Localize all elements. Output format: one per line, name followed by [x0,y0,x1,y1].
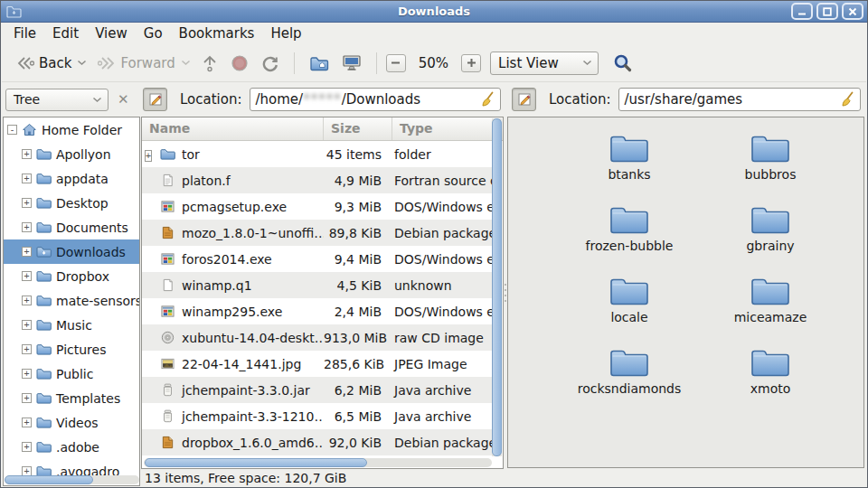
close-button[interactable] [842,3,863,20]
file-row[interactable]: dropbox_1.6.0_amd6…92,0 KiBDebian packag… [142,429,492,455]
sidebar-item-downloads[interactable]: +Downloads [4,239,139,264]
file-row[interactable]: jchempaint-3.3-1210…6,5 MiBJava archive [142,403,492,429]
game-folder-label: btanks [608,167,650,182]
game-folder-locale[interactable]: locale [559,269,700,341]
minimize-button[interactable] [791,3,813,20]
tree-expander[interactable]: + [22,247,32,257]
location-input-left[interactable]: /home/*****/Downloads [250,88,502,111]
sidebar-item-appdata[interactable]: +appdata [4,166,139,191]
edit-location-button-left[interactable] [143,88,167,111]
desktop-button[interactable] [336,50,367,76]
public-folder-icon [36,367,52,380]
stop-button[interactable] [225,50,254,77]
tree-expander[interactable]: + [22,174,32,183]
tree-expander[interactable]: + [22,222,32,232]
column-header-type[interactable]: Type [392,117,503,140]
row-expander[interactable]: + [142,147,156,162]
sidebar-item--adobe[interactable]: +.adobe [4,435,139,459]
sidebar-item-home-folder[interactable]: -Home Folder [4,117,139,142]
clear-location-icon[interactable] [480,91,495,108]
file-row[interactable]: 22-04-14_1441.jpg285,6 KiBJPEG Image [142,351,492,377]
sidebar-item-apollyon[interactable]: +Apollyon [4,142,139,166]
reload-button[interactable] [256,50,285,77]
file-row[interactable]: jchempaint-3.3.0.jar6,2 MiBJava archive [142,377,492,403]
sidebar-item-public[interactable]: +Public [4,361,139,386]
sidebar-horizontal-scrollbar[interactable] [5,475,139,484]
menu-help[interactable]: Help [262,23,309,44]
sidebar-item-mate-sensors-[interactable]: +mate-sensors- [4,288,139,313]
zoom-out-icon [392,61,400,64]
tree-expander[interactable]: + [22,369,32,379]
forward-button[interactable]: Forward [92,51,180,76]
game-folder-label: rocksndiamonds [578,381,682,396]
sidebar-item-templates[interactable]: +Templates [4,386,139,410]
edit-location-button-right[interactable] [512,88,536,111]
file-row[interactable]: winamp295.exe2,4 MiBDOS/Windows ex [142,298,492,324]
clear-location-icon[interactable] [840,91,854,108]
file-row[interactable]: +tor45 itemsfolder [142,141,492,167]
sidebar-item-dropbox[interactable]: +Dropbox [4,264,139,288]
tree-expander[interactable]: + [22,393,32,403]
tree-expander[interactable]: + [22,271,32,281]
sidebar-item-label: .adobe [56,440,99,455]
menu-go[interactable]: Go [136,23,171,44]
file-list-vertical-scrollbar[interactable] [492,118,502,456]
maximize-button[interactable] [816,3,838,20]
tree-expander[interactable]: - [7,125,17,135]
sidebar-item-pictures[interactable]: +Pictures [4,337,139,361]
sidebar-item-label: Pictures [56,343,106,357]
view-mode-select[interactable]: List View [490,52,599,75]
sidebar-item-desktop[interactable]: +Desktop [4,191,139,215]
file-size: 89,8 KiB [324,226,389,240]
up-button[interactable] [196,50,223,77]
search-icon [613,53,633,73]
tree-expander[interactable]: + [22,198,32,208]
back-button[interactable]: Back [11,51,77,76]
tree-expander[interactable]: + [22,418,32,427]
sidebar-item-documents[interactable]: +Documents [4,215,139,239]
sidebar-item-videos[interactable]: +Videos [4,410,139,435]
file-list-horizontal-scrollbar[interactable] [144,458,492,467]
game-folder-miceamaze[interactable]: miceamaze [700,269,841,341]
tree-expander[interactable]: + [22,344,32,354]
forward-history-dropdown[interactable] [181,60,191,66]
home-button[interactable] [304,51,335,76]
tree-expander[interactable]: + [22,296,32,305]
game-folder-bubbros[interactable]: bubbros [700,127,841,198]
file-row[interactable]: pcmagsetup.exe9,3 MiBDOS/Windows ex [142,193,492,220]
column-header-name[interactable]: Name [142,117,324,140]
location-input-right[interactable]: /usr/share/games [618,88,862,111]
menu-file[interactable]: File [5,23,44,44]
game-folder-frozen-bubble[interactable]: frozen-bubble [559,198,700,269]
file-row[interactable]: xubuntu-14.04-deskt…913,0 MiBraw CD imag… [142,324,492,351]
file-row[interactable]: foros2014.exe9,4 MiBDOS/Windows ex [142,246,492,272]
sidebar-close-icon[interactable]: ✕ [118,91,129,108]
zoom-in-button[interactable] [461,54,481,72]
column-header-size[interactable]: Size [324,117,392,140]
game-folder-xmoto[interactable]: xmoto [700,341,841,412]
sidebar-item-music[interactable]: +Music [4,313,139,337]
game-folder-rocksndiamonds[interactable]: rocksndiamonds [559,341,700,412]
menu-view[interactable]: View [87,23,136,44]
jar-icon [156,383,178,397]
file-size: 45 items [324,147,389,162]
tree-expander[interactable]: + [22,149,32,159]
menu-edit[interactable]: Edit [44,23,87,44]
game-folder-gbrainy[interactable]: gbrainy [700,198,841,269]
menu-bookmarks[interactable]: Bookmarks [171,23,263,44]
tree-expander[interactable]: + [22,442,32,452]
game-folder-btanks[interactable]: btanks [559,127,700,198]
path-user-censored: ***** [303,91,342,108]
file-name: pcmagsetup.exe [178,200,324,214]
zoom-out-button[interactable] [386,54,406,72]
path-text: /usr/share/games [625,91,743,108]
file-row[interactable]: platon.f4,9 MiBFortran source co [142,167,492,193]
search-button[interactable] [608,49,638,78]
sidebar-mode-select[interactable]: Tree [5,89,108,111]
file-name: mozo_1.8.0-1~unoffi… [178,226,324,240]
tree-expander[interactable]: + [22,320,32,330]
back-history-dropdown[interactable] [77,60,87,66]
view-mode-value: List View [498,55,559,71]
file-row[interactable]: winamp.q14,5 KiBunknown [142,272,492,298]
file-row[interactable]: mozo_1.8.0-1~unoffi…89,8 KiBDebian packa… [142,220,492,246]
